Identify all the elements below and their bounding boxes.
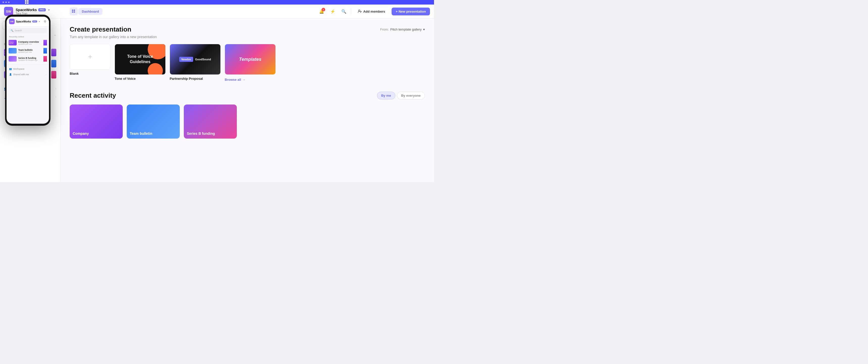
filter-by-me-button[interactable]: By me (377, 92, 395, 99)
mobile-info-series: Series B funding Updated 39 minutes ago (18, 57, 37, 61)
card-company-text: Company (73, 131, 89, 135)
svg-point-8 (359, 10, 360, 11)
mobile-workspace-chevron: › (46, 68, 46, 70)
filter-by-everyone-button[interactable]: By everyone (397, 92, 425, 99)
mobile-chevron-icon: ▾ (39, 21, 40, 23)
mobile-nav-shared[interactable]: 👤 Shared with me › (6, 72, 49, 77)
mobile-preview-series (43, 56, 47, 62)
mobile-logo: SW (9, 19, 14, 24)
template-browse[interactable]: Templates Browse all → (225, 44, 276, 82)
template-tone[interactable]: Tone of Voice Guidelines Tone of Voice (115, 44, 166, 81)
svg-rect-1 (27, 0, 29, 2)
activity-card-bulletin[interactable]: Team bulletin (127, 104, 180, 139)
svg-rect-0 (25, 0, 27, 2)
add-members-button[interactable]: Add members (354, 7, 389, 15)
svg-rect-4 (72, 9, 73, 11)
add-members-icon (358, 9, 362, 13)
workspace-info: SpaceWorks PRO ▾ Tara Tran (16, 8, 50, 15)
main-layout: + → Recently edited Company overview Com… (0, 19, 434, 182)
mobile-info-company: Company overview Updated just now (18, 41, 39, 45)
mobile-workspace-icon: 👥 (9, 68, 12, 70)
mobile-shared-icon: 👤 (9, 73, 12, 76)
header: SW SpaceWorks PRO ▾ Tara Tran Dashboard (0, 4, 434, 19)
mobile-preview-company (43, 40, 47, 46)
mobile-overlay: SW SpaceWorks PRO ▾ ⚙ 🔍 Search Recently … (5, 19, 51, 126)
new-presentation-button[interactable]: + New presentation (392, 7, 430, 16)
mobile-nav-workspace-left: 👥 Workspace (9, 68, 25, 70)
browse-templates-text: Templates (239, 57, 261, 62)
topbar-dot-3 (8, 1, 9, 3)
mobile-nav-workspace[interactable]: 👥 Workspace › (6, 66, 49, 72)
create-subtitle: Turn any template in our gallery into a … (70, 35, 425, 39)
activity-title: Recent activity (70, 92, 116, 99)
mobile-item-series[interactable]: Series B funding Updated 39 minutes ago (6, 55, 49, 63)
mobile-preview-bulletin (43, 48, 47, 54)
workspace-name-row[interactable]: SpaceWorks PRO ▾ (16, 8, 50, 12)
workspace-chevron-icon: ▾ (48, 8, 50, 11)
mobile-header: SW SpaceWorks PRO ▾ ⚙ (6, 19, 49, 27)
sidebar-preview-company (51, 49, 56, 56)
sidebar-collapse-arrow[interactable]: → (51, 32, 58, 39)
from-selector[interactable]: From: Pitch template gallery ▾ (380, 28, 425, 31)
mobile-search-icon: 🔍 (10, 29, 13, 32)
card-series-text: Series B funding (187, 131, 215, 135)
dashboard-tab[interactable]: Dashboard (78, 8, 102, 15)
main-content: Create presentation From: Pitch template… (61, 19, 434, 182)
mobile-divider (6, 64, 49, 65)
activity-header: Recent activity By me By everyone (70, 92, 425, 99)
svg-rect-7 (74, 11, 75, 12)
sidebar-preview-bulletin (51, 60, 56, 67)
mobile-thumb-series (8, 56, 17, 62)
mobile-device: SW SpaceWorks PRO ▾ ⚙ 🔍 Search Recently … (5, 19, 51, 126)
svg-rect-5 (74, 9, 75, 11)
header-right: 🔔 1 ⚡ 🔍 Add members + New presentation (318, 7, 430, 16)
tone-thumb: Tone of Voice Guidelines (115, 44, 166, 75)
template-partner[interactable]: Newbie GoodSound Partnership Proposal (170, 44, 221, 81)
search-button[interactable]: 🔍 (340, 7, 348, 16)
from-chevron-icon: ▾ (423, 28, 425, 31)
partner-logo-2: GoodSound (195, 58, 211, 61)
mobile-thumb-company: Company overview (8, 40, 17, 46)
activity-card-company[interactable]: Company (70, 104, 123, 139)
tone-circle-2 (148, 63, 163, 74)
topbar-dot-1 (2, 1, 4, 3)
partner-thumb: Newbie GoodSound (170, 44, 221, 75)
create-title: Create presentation (70, 26, 131, 33)
topbar-dot-2 (5, 1, 7, 3)
nav-grid-icon[interactable] (70, 7, 78, 16)
mobile-item-bulletin[interactable]: Team bulletin Updated just now (6, 47, 49, 55)
mobile-search[interactable]: 🔍 Search (8, 28, 47, 33)
partner-logo-1: Newbie (179, 57, 193, 62)
tone-text: Tone of Voice Guidelines (127, 54, 153, 65)
mobile-item-company[interactable]: Company overview Company overview Update… (6, 39, 49, 47)
mobile-shared-chevron: › (46, 73, 46, 76)
activity-card-series[interactable]: Series B funding (184, 104, 237, 139)
header-nav: Dashboard (65, 7, 318, 16)
mobile-info-bulletin: Team bulletin Updated just now (18, 49, 33, 53)
notification-button[interactable]: 🔔 1 (318, 7, 326, 16)
grid-app-icon[interactable] (25, 0, 29, 4)
blank-thumb: + (70, 44, 111, 70)
svg-rect-3 (27, 2, 29, 4)
header-divider (351, 8, 351, 14)
activity-button[interactable]: ⚡ (329, 7, 337, 16)
template-blank[interactable]: + Blank (70, 44, 111, 75)
mobile-recently-edited-label: Recently edited (6, 35, 49, 39)
browse-thumb: Templates (225, 44, 276, 75)
blank-label: Blank (70, 72, 111, 75)
mobile-thumb-bulletin (8, 48, 17, 54)
mobile-screen: SW SpaceWorks PRO ▾ ⚙ 🔍 Search Recently … (6, 19, 49, 124)
app-shell: SW SpaceWorks PRO ▾ Tara Tran Dashboard (0, 4, 434, 182)
sidebar-preview-series (51, 71, 56, 79)
tone-label: Tone of Voice (115, 77, 166, 81)
topbar (0, 0, 434, 4)
mobile-settings-icon[interactable]: ⚙ (44, 20, 46, 23)
browse-all-link[interactable]: Browse all → (225, 77, 276, 82)
workspace-nav-chevron: › (55, 87, 56, 90)
browse-arrow-icon: → (242, 78, 245, 82)
mobile-nav-shared-left: 👤 Shared with me (9, 73, 29, 76)
activity-cards: Company Team bulletin Series B funding (70, 104, 425, 139)
mobile-logo-row: SW SpaceWorks PRO ▾ (9, 19, 40, 24)
svg-rect-2 (25, 2, 27, 4)
pro-badge: PRO (38, 8, 46, 11)
